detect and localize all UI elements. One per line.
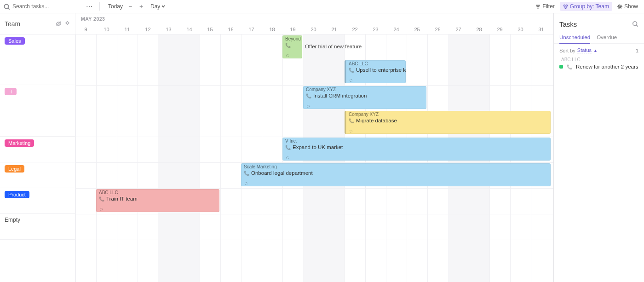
task-title: 📞Migrate database <box>349 118 397 123</box>
day-header[interactable]: 11 <box>117 27 138 32</box>
zoom-level-dropdown[interactable]: Day <box>150 3 165 10</box>
timeline-task[interactable]: Beyond I...📞 <box>282 35 302 58</box>
day-header[interactable]: 21 <box>324 27 345 32</box>
day-header[interactable]: 20 <box>303 27 324 32</box>
task-title: 📞Expand to UK market <box>285 144 343 150</box>
search-input[interactable] <box>12 3 58 10</box>
phone-icon: 📞 <box>567 64 572 69</box>
timeline-task[interactable]: ABC LLC📞Train IT team <box>96 189 219 212</box>
day-header[interactable]: 16 <box>220 27 241 32</box>
task-status-dot <box>307 105 310 108</box>
day-header[interactable]: 31 <box>531 27 552 32</box>
group-tag[interactable]: IT <box>5 88 17 95</box>
task-client: Company XYZ <box>349 112 548 117</box>
task-item-title: Renew for another 2 years <box>576 64 638 69</box>
sort-field[interactable]: Status <box>577 47 592 53</box>
group-tag[interactable]: Marketing <box>5 139 34 147</box>
day-header[interactable]: 25 <box>407 27 427 32</box>
groups-sidebar: Team SalesITMarketingLegalProductEmpty <box>0 13 75 282</box>
group-row: Product <box>0 188 75 214</box>
group-by-label: Group by: Team <box>570 3 609 10</box>
sort-control[interactable]: Sort by Status ▲ 1 <box>554 44 644 57</box>
tasks-panel: Tasks Unscheduled Overdue Sort by Status… <box>554 13 644 282</box>
group-row: Empty <box>0 214 75 240</box>
group-tag[interactable]: Legal <box>5 165 24 173</box>
panel-title: Tasks <box>559 20 577 28</box>
timeline-task[interactable]: Company XYZ📞Migrate database <box>345 111 551 134</box>
more-menu[interactable]: ⋯ <box>86 3 93 10</box>
today-button[interactable]: Today <box>106 2 125 11</box>
show-button[interactable]: Show <box>614 2 641 11</box>
task-title: 📞Install CRM integration <box>306 93 367 98</box>
task-client: Company XYZ <box>306 87 424 92</box>
day-header[interactable]: 26 <box>427 27 448 32</box>
divider <box>99 2 100 11</box>
task-client: ABC LLC <box>99 190 217 195</box>
day-header[interactable]: 22 <box>345 27 365 32</box>
task-title: 📞 <box>285 42 293 48</box>
month-label: MAY 2023 <box>81 16 105 22</box>
svg-point-5 <box>564 5 565 6</box>
filter-label: Filter <box>542 3 555 10</box>
sort-asc-icon: ▲ <box>593 48 598 53</box>
task-client: V Inc. <box>285 138 548 144</box>
timeline-task[interactable]: V Inc.📞Expand to UK market <box>282 138 551 161</box>
day-header[interactable]: 30 <box>510 27 531 32</box>
status-dot <box>559 65 563 69</box>
group-row: Legal <box>0 162 75 188</box>
task-title: 📞Onboard legal department <box>244 170 313 176</box>
settings-icon <box>617 4 622 9</box>
visibility-icon[interactable] <box>56 21 62 27</box>
sort-count: 1 <box>636 48 638 53</box>
zoom-level-label: Day <box>150 3 160 10</box>
task-status-dot <box>350 79 352 82</box>
task-status-dot <box>100 208 103 211</box>
day-header[interactable]: 28 <box>469 27 489 32</box>
day-header[interactable]: 14 <box>179 27 200 32</box>
milestone[interactable]: Offer trial of new feature <box>305 44 362 49</box>
timeline-task[interactable]: Scale Marketing📞Onboard legal department <box>241 163 551 186</box>
sort-label: Sort by <box>559 48 575 53</box>
groups-header: Team <box>0 13 75 35</box>
task-client: ABC LLC <box>349 61 403 66</box>
group-row: Sales <box>0 35 75 85</box>
zoom-in-button[interactable]: + <box>138 3 145 10</box>
day-header[interactable]: 13 <box>158 27 179 32</box>
day-header[interactable]: 10 <box>96 27 117 32</box>
task-status-dot <box>350 130 352 132</box>
search-icon[interactable] <box>632 21 638 27</box>
group-row: Marketing <box>0 137 75 162</box>
timeline-task[interactable]: Company XYZ📞Install CRM integration <box>303 86 426 109</box>
task-title: 📞Train IT team <box>99 196 138 201</box>
day-header[interactable]: 23 <box>365 27 386 32</box>
zoom-out-button[interactable]: − <box>126 3 134 10</box>
chevron-down-icon <box>161 5 165 8</box>
group-empty-label: Empty <box>5 217 20 223</box>
timeline[interactable]: MAY 2023 9101112131415161718192021222324… <box>75 13 554 282</box>
group-row: IT <box>0 85 75 137</box>
day-header[interactable]: 15 <box>200 27 220 32</box>
day-header[interactable]: 27 <box>448 27 469 32</box>
unscheduled-task-item[interactable]: 📞 Renew for another 2 years <box>554 63 644 72</box>
tab-overdue[interactable]: Overdue <box>597 35 617 43</box>
day-header[interactable]: 9 <box>75 27 96 32</box>
svg-point-6 <box>566 5 567 6</box>
day-header[interactable]: 19 <box>282 27 303 32</box>
svg-line-1 <box>8 8 10 9</box>
day-header[interactable]: 17 <box>241 27 262 32</box>
timeline-task[interactable]: ABC LLC📞Upsell to enterprise level <box>345 60 406 83</box>
day-header[interactable]: 29 <box>489 27 510 32</box>
day-header[interactable]: 18 <box>262 27 282 32</box>
search-wrap[interactable] <box>4 3 58 10</box>
day-header[interactable]: 12 <box>138 27 158 32</box>
group-by-icon <box>563 4 568 9</box>
svg-point-7 <box>565 7 566 8</box>
filter-button[interactable]: Filter <box>532 2 558 11</box>
collapse-all-icon[interactable] <box>64 21 70 27</box>
group-by-button[interactable]: Group by: Team <box>560 2 612 11</box>
group-tag[interactable]: Sales <box>5 37 25 45</box>
group-tag[interactable]: Product <box>5 191 29 198</box>
day-header[interactable]: 24 <box>386 27 407 32</box>
top-toolbar: ⋯ Today − + Day Filter Group by: Team Sh… <box>0 0 644 13</box>
tab-unscheduled[interactable]: Unscheduled <box>559 35 590 43</box>
